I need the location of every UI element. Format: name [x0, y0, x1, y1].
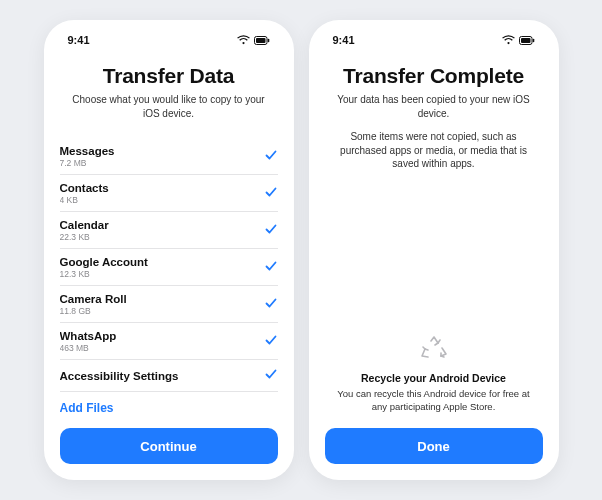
- item-label: Camera Roll: [60, 293, 127, 305]
- recycle-icon: [325, 336, 543, 364]
- checkmark-icon: [264, 185, 278, 203]
- transfer-note: Some items were not copied, such as purc…: [325, 130, 543, 171]
- svg-rect-4: [521, 38, 531, 43]
- phone-transfer-complete: 9:41 Transfer Complete Your data has bee…: [309, 20, 559, 480]
- add-files-link[interactable]: Add Files: [60, 392, 278, 415]
- status-bar: 9:41: [325, 34, 543, 50]
- item-label: Contacts: [60, 182, 109, 194]
- recycle-text: You can recycle this Android device for …: [325, 388, 543, 414]
- done-button[interactable]: Done: [325, 428, 543, 464]
- checkmark-icon: [264, 259, 278, 277]
- list-item[interactable]: Contacts 4 KB: [60, 175, 278, 212]
- item-size: 4 KB: [60, 195, 109, 205]
- list-item[interactable]: Messages 7.2 MB: [60, 138, 278, 175]
- wifi-icon: [237, 35, 250, 45]
- item-size: 11.8 GB: [60, 306, 127, 316]
- continue-button[interactable]: Continue: [60, 428, 278, 464]
- item-size: 22.3 KB: [60, 232, 109, 242]
- recycle-title: Recycle your Android Device: [325, 372, 543, 384]
- list-item[interactable]: Google Account 12.3 KB: [60, 249, 278, 286]
- list-item[interactable]: Accessibility Settings: [60, 360, 278, 392]
- svg-rect-1: [256, 38, 266, 43]
- checkmark-icon: [264, 296, 278, 314]
- status-time: 9:41: [333, 34, 355, 46]
- checkmark-icon: [264, 367, 278, 385]
- page-subtitle: Choose what you would like to copy to yo…: [60, 93, 278, 120]
- item-size: 12.3 KB: [60, 269, 148, 279]
- item-size: 7.2 MB: [60, 158, 115, 168]
- list-item[interactable]: Camera Roll 11.8 GB: [60, 286, 278, 323]
- page-subtitle: Your data has been copied to your new iO…: [325, 93, 543, 120]
- page-title: Transfer Complete: [325, 64, 543, 88]
- checkmark-icon: [264, 333, 278, 351]
- status-icons: [502, 35, 535, 45]
- item-label: Google Account: [60, 256, 148, 268]
- status-time: 9:41: [68, 34, 90, 46]
- checkmark-icon: [264, 222, 278, 240]
- svg-rect-2: [267, 38, 269, 42]
- item-label: Accessibility Settings: [60, 370, 179, 382]
- svg-rect-5: [532, 38, 534, 42]
- item-size: 463 MB: [60, 343, 117, 353]
- phone-transfer-data: 9:41 Transfer Data Choose what you would…: [44, 20, 294, 480]
- checkmark-icon: [264, 148, 278, 166]
- item-label: WhatsApp: [60, 330, 117, 342]
- list-item[interactable]: Calendar 22.3 KB: [60, 212, 278, 249]
- status-icons: [237, 35, 270, 45]
- page-title: Transfer Data: [60, 64, 278, 88]
- list-item[interactable]: WhatsApp 463 MB: [60, 323, 278, 360]
- status-bar: 9:41: [60, 34, 278, 50]
- wifi-icon: [502, 35, 515, 45]
- transfer-item-list: Messages 7.2 MB Contacts 4 KB Calendar 2…: [60, 138, 278, 428]
- battery-icon: [254, 36, 270, 45]
- item-label: Messages: [60, 145, 115, 157]
- battery-icon: [519, 36, 535, 45]
- spacer: [325, 171, 543, 337]
- recycle-section: Recycle your Android Device You can recy…: [325, 336, 543, 414]
- item-label: Calendar: [60, 219, 109, 231]
